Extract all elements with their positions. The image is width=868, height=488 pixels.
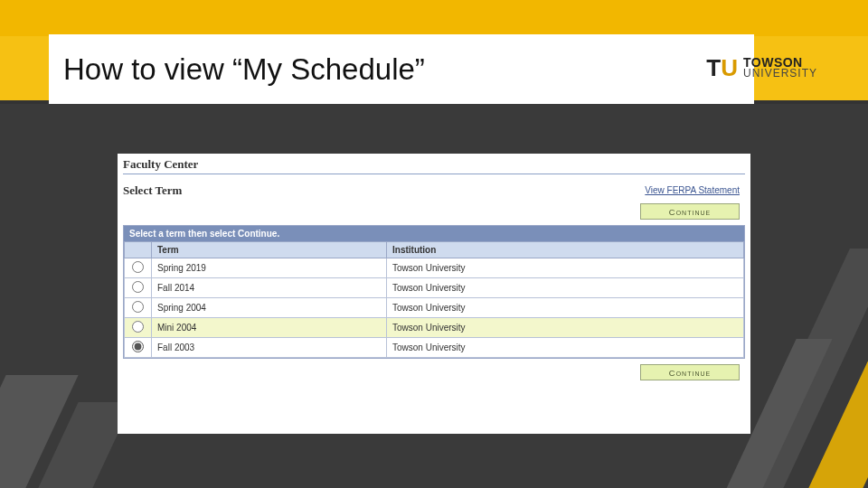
term-radio[interactable] xyxy=(132,301,144,313)
logo-letter-t: T xyxy=(706,54,721,82)
continue-button-top[interactable]: Continue xyxy=(640,203,740,220)
term-table: Term Institution Spring 2019Towson Unive… xyxy=(124,241,744,358)
faculty-center-panel: Faculty Center Select Term View FERPA St… xyxy=(118,154,750,434)
term-radio[interactable] xyxy=(132,281,144,293)
term-cell: Fall 2014 xyxy=(152,278,387,298)
term-radio[interactable] xyxy=(132,321,144,333)
grid-caption: Select a term then select Continue. xyxy=(124,226,744,241)
term-cell: Fall 2003 xyxy=(152,338,387,358)
logo-text: TOWSON UNIVERSITY xyxy=(743,57,817,80)
term-radio[interactable] xyxy=(132,261,144,273)
term-cell: Spring 2019 xyxy=(152,258,387,278)
select-term-heading: Select Term xyxy=(123,182,182,198)
institution-cell: Towson University xyxy=(387,318,744,338)
slide-title: How to view “My Schedule” xyxy=(63,52,425,87)
table-row: Fall 2003Towson University xyxy=(125,338,744,358)
col-institution: Institution xyxy=(387,242,744,258)
continue-button-bottom[interactable]: Continue xyxy=(640,364,740,380)
institution-cell: Towson University xyxy=(387,298,744,318)
panel-heading: Faculty Center xyxy=(123,155,745,174)
col-select xyxy=(125,242,152,258)
table-row: Fall 2014Towson University xyxy=(125,278,744,298)
term-radio[interactable] xyxy=(132,341,144,352)
brand-logo: TU TOWSON UNIVERSITY xyxy=(706,54,817,82)
term-cell: Spring 2004 xyxy=(152,298,387,318)
term-cell: Mini 2004 xyxy=(152,318,387,338)
divider xyxy=(123,174,745,174)
term-radio-cell xyxy=(125,298,152,318)
slide-root: How to view “My Schedule” TU TOWSON UNIV… xyxy=(0,0,868,488)
term-radio-cell xyxy=(125,258,152,278)
term-radio-cell xyxy=(125,278,152,298)
term-radio-cell xyxy=(125,338,152,358)
term-radio-cell xyxy=(125,318,152,338)
institution-cell: Towson University xyxy=(387,278,744,298)
table-row: Spring 2004Towson University xyxy=(125,298,744,318)
ferpa-link[interactable]: View FERPA Statement xyxy=(645,185,740,195)
col-term: Term xyxy=(152,242,387,258)
table-row: Spring 2019Towson University xyxy=(125,258,744,278)
logo-line2: UNIVERSITY xyxy=(743,69,817,79)
term-grid: Select a term then select Continue. Term… xyxy=(123,225,745,359)
title-strip: How to view “My Schedule” xyxy=(49,34,754,105)
table-row: Mini 2004Towson University xyxy=(125,318,744,338)
institution-cell: Towson University xyxy=(387,338,744,358)
logo-mark: TU xyxy=(706,54,738,82)
logo-letter-u: U xyxy=(721,54,738,82)
institution-cell: Towson University xyxy=(387,258,744,278)
